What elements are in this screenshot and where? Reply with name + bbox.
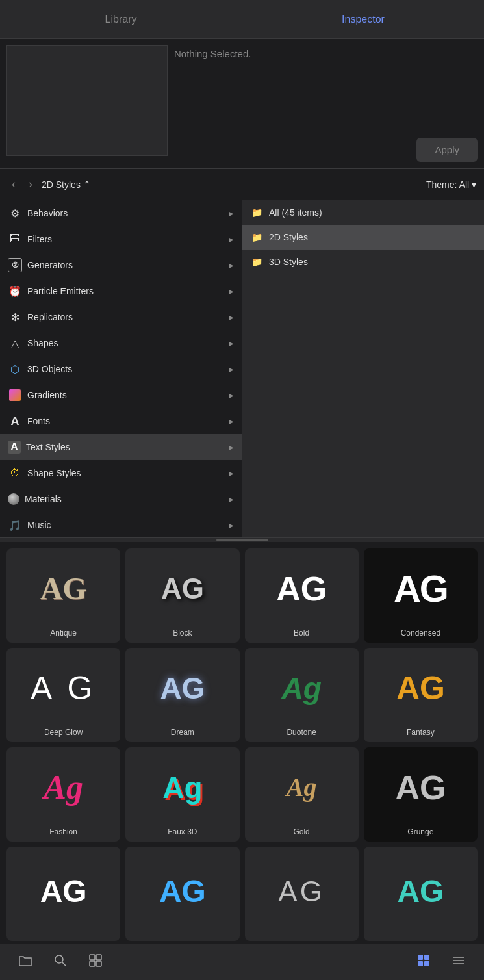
sidebar-item-shape-styles[interactable]: ⏱ Shape Styles ▶ bbox=[0, 460, 242, 486]
apply-button[interactable]: Apply bbox=[416, 138, 478, 162]
grid-item-partial1[interactable]: AG bbox=[6, 847, 120, 941]
particle-emitters-icon: ⏰ bbox=[8, 284, 22, 298]
grid-item-antique[interactable]: AG Antique bbox=[6, 548, 120, 643]
search-button[interactable] bbox=[48, 951, 73, 974]
grid-item-partial3[interactable]: AG bbox=[245, 847, 359, 941]
svg-rect-4 bbox=[90, 961, 95, 966]
shape-styles-icon: ⏱ bbox=[8, 466, 22, 480]
preview-area: Nothing Selected. Apply bbox=[0, 39, 484, 169]
svg-line-1 bbox=[62, 962, 66, 966]
antique-preview: AG bbox=[6, 548, 120, 628]
filters-icon: 🎞 bbox=[8, 232, 22, 246]
svg-rect-5 bbox=[96, 961, 101, 966]
partial4-preview: AG bbox=[364, 847, 478, 936]
music-icon: 🎵 bbox=[8, 518, 22, 532]
grid-item-partial4[interactable]: AG bbox=[364, 847, 478, 941]
tab-library[interactable]: Library bbox=[0, 0, 242, 38]
svg-rect-3 bbox=[96, 955, 101, 960]
sidebar-item-materials[interactable]: Materials ▶ bbox=[0, 486, 242, 512]
partial2-preview: AG bbox=[125, 847, 239, 936]
menu-button[interactable] bbox=[446, 951, 471, 974]
shapes-icon: △ bbox=[8, 336, 22, 350]
grid-item-deep-glow[interactable]: A G Deep Glow bbox=[6, 648, 120, 742]
sidebar-item-fonts[interactable]: A Fonts ▶ bbox=[0, 408, 242, 434]
sidebar-item-behaviors[interactable]: ⚙ Behaviors ▶ bbox=[0, 200, 242, 226]
content-item-3d-styles[interactable]: 📁 3D Styles bbox=[242, 250, 484, 274]
deep-glow-preview: A G bbox=[6, 648, 120, 728]
content-list: 📁 All (45 items) 📁 2D Styles 📁 3D Styles bbox=[242, 200, 484, 537]
grid-icon bbox=[416, 953, 431, 968]
grid-view-button[interactable] bbox=[411, 951, 436, 974]
svg-rect-7 bbox=[424, 955, 429, 960]
sidebar-item-filters[interactable]: 🎞 Filters ▶ bbox=[0, 226, 242, 252]
grid-item-grunge[interactable]: AG Grunge bbox=[364, 747, 478, 842]
preview-canvas bbox=[6, 45, 168, 156]
grid-item-fashion[interactable]: Ag Fashion bbox=[6, 747, 120, 842]
grid-item-faux-3d[interactable]: Ag Faux 3D bbox=[125, 747, 239, 842]
dream-preview: AG bbox=[125, 648, 239, 728]
nav-title: 2D Styles ⌃ bbox=[42, 179, 91, 190]
sidebar-list: ⚙ Behaviors ▶ 🎞 Filters ▶ ② Generators ▶… bbox=[0, 200, 242, 537]
sidebar-item-replicators[interactable]: ❇ Replicators ▶ bbox=[0, 304, 242, 330]
text-styles-icon: A bbox=[8, 441, 21, 454]
fashion-preview: Ag bbox=[6, 747, 120, 827]
generators-icon: ② bbox=[8, 258, 22, 272]
folder-icon-all: 📁 bbox=[251, 207, 262, 218]
sidebar-item-gradients[interactable]: Gradients ▶ bbox=[0, 382, 242, 408]
behaviors-icon: ⚙ bbox=[8, 206, 22, 220]
folder-icon-2d: 📁 bbox=[251, 232, 262, 242]
nav-bar: ‹ › 2D Styles ⌃ Theme: All ▾ bbox=[0, 169, 484, 200]
partial1-preview: AG bbox=[6, 847, 120, 936]
bold-preview: AG bbox=[245, 548, 359, 628]
grid-area: AG Antique AG Block AG Bold AG Condensed… bbox=[0, 542, 484, 944]
sidebar-item-particle-emitters[interactable]: ⏰ Particle Emitters ▶ bbox=[0, 278, 242, 304]
sidebar-item-text-styles[interactable]: A Text Styles ▶ bbox=[0, 434, 242, 460]
materials-icon bbox=[8, 493, 19, 505]
condensed-preview: AG bbox=[364, 548, 478, 628]
block-preview: AG bbox=[125, 548, 239, 628]
gold-preview: Ag bbox=[245, 747, 359, 827]
nothing-selected-label: Nothing Selected. bbox=[174, 45, 478, 62]
content-item-2d-styles[interactable]: 📁 2D Styles bbox=[242, 225, 484, 250]
nav-forward-button[interactable]: › bbox=[25, 175, 36, 194]
grid-item-duotone[interactable]: Ag Duotone bbox=[245, 648, 359, 742]
bottom-toolbar bbox=[0, 944, 484, 980]
menu-icon bbox=[452, 953, 466, 968]
grunge-preview: AG bbox=[364, 747, 478, 827]
grid-item-bold[interactable]: AG Bold bbox=[245, 548, 359, 643]
theme-selector[interactable]: Theme: All ▾ bbox=[426, 179, 476, 190]
svg-point-0 bbox=[55, 955, 63, 963]
nav-back-button[interactable]: ‹ bbox=[8, 175, 19, 194]
sidebar-item-shapes[interactable]: △ Shapes ▶ bbox=[0, 330, 242, 356]
folder-icon bbox=[18, 953, 32, 968]
grid-item-fantasy[interactable]: AG Fantasy bbox=[364, 648, 478, 742]
layout-button[interactable] bbox=[83, 951, 108, 974]
fonts-icon: A bbox=[8, 414, 22, 428]
grid-item-block[interactable]: AG Block bbox=[125, 548, 239, 643]
faux3d-preview: Ag bbox=[125, 747, 239, 827]
sidebar-item-generators[interactable]: ② Generators ▶ bbox=[0, 252, 242, 278]
layout-icon bbox=[88, 953, 103, 968]
grid-item-condensed[interactable]: AG Condensed bbox=[364, 548, 478, 643]
split-pane: ⚙ Behaviors ▶ 🎞 Filters ▶ ② Generators ▶… bbox=[0, 200, 484, 538]
svg-rect-9 bbox=[424, 961, 429, 966]
grid-item-gold[interactable]: Ag Gold bbox=[245, 747, 359, 842]
grid-item-partial2[interactable]: AG bbox=[125, 847, 239, 941]
replicators-icon: ❇ bbox=[8, 310, 22, 324]
gradients-icon bbox=[8, 388, 22, 402]
sidebar-item-3d-objects[interactable]: ⬡ 3D Objects ▶ bbox=[0, 356, 242, 382]
grid-item-dream[interactable]: AG Dream bbox=[125, 648, 239, 742]
fantasy-preview: AG bbox=[364, 648, 478, 728]
tab-inspector[interactable]: Inspector bbox=[242, 0, 484, 38]
folder-button[interactable] bbox=[13, 951, 38, 974]
folder-icon-3d: 📁 bbox=[251, 257, 262, 267]
3d-objects-icon: ⬡ bbox=[8, 362, 22, 376]
svg-rect-8 bbox=[418, 961, 423, 966]
content-item-all[interactable]: 📁 All (45 items) bbox=[242, 200, 484, 225]
duotone-preview: Ag bbox=[245, 648, 359, 728]
partial3-preview: AG bbox=[245, 847, 359, 936]
preview-right: Nothing Selected. Apply bbox=[174, 45, 478, 162]
svg-rect-2 bbox=[90, 955, 95, 960]
sidebar-item-music[interactable]: 🎵 Music ▶ bbox=[0, 512, 242, 537]
header-tabs: Library Inspector bbox=[0, 0, 484, 39]
